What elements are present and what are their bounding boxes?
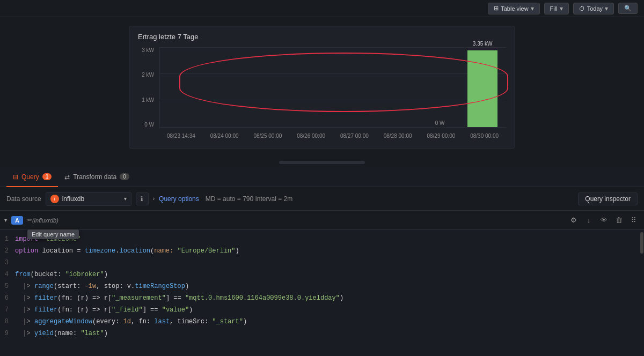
y-label-1kw: 1 kW <box>142 97 154 103</box>
table-view-button[interactable]: ⊞ Table view ▾ <box>488 3 539 14</box>
x-axis-labels: 08/23 14:34 08/24 00:00 08/25 00:00 08/2… <box>159 128 506 144</box>
line-number: 7 <box>0 305 15 315</box>
query-inspector-button[interactable]: Query inspector <box>578 192 638 205</box>
line-number: 3 <box>0 257 15 268</box>
bar-6-zero-label: 0 W <box>435 120 445 126</box>
bar-slot-1 <box>205 47 248 127</box>
query-icon: ⊟ <box>13 173 18 181</box>
fill-button[interactable]: Fill ▾ <box>544 3 569 14</box>
x-label-6: 08/29 00:00 <box>420 133 463 139</box>
line-number: 4 <box>0 269 15 280</box>
search-button[interactable]: 🔍 <box>618 3 638 14</box>
code-editor[interactable]: 1import "timezone"2option location = tim… <box>0 230 644 356</box>
code-scrollbar[interactable] <box>640 230 644 356</box>
line-content: |> filter(fn: (r) => r["_measurement"] =… <box>15 293 644 303</box>
edit-icon[interactable]: ✏ <box>27 217 32 224</box>
y-label-3kw: 3 kW <box>142 47 154 53</box>
influxdb-icon: i <box>50 195 59 203</box>
search-icon: 🔍 <box>624 5 632 12</box>
chart-inner: 0 W 3.35 kW <box>159 47 506 128</box>
main-container: Ertrag letzte 7 Tage 3 kW 2 kW 1 kW 0 W <box>0 17 644 356</box>
x-label-7: 08/30 00:00 <box>463 133 506 139</box>
tab-query[interactable]: ⊟ Query 1 <box>6 168 58 187</box>
chart-section: Ertrag letzte 7 Tage 3 kW 2 kW 1 kW 0 W <box>0 17 644 157</box>
line-number: 6 <box>0 293 15 303</box>
code-line: 2option location = timezone.location(nam… <box>0 245 644 257</box>
code-line: 7 |> filter(fn: (r) => r["_field"] == "v… <box>0 304 644 316</box>
query-tabs: ⊟ Query 1 ⇄ Transform data 0 <box>0 168 644 187</box>
datasource-row: Data source i influxdb ▾ ℹ › Query optio… <box>0 187 644 211</box>
scrollbar-area <box>0 157 644 168</box>
x-label-3: 08/26 00:00 <box>289 133 333 139</box>
top-bar: ⊞ Table view ▾ Fill ▾ ⏱ Today ▾ 🔍 <box>0 0 644 17</box>
drag-icon[interactable]: ⠿ <box>628 216 640 224</box>
line-content: option location = timezone.location(name… <box>15 246 644 256</box>
bar-slot-7: 3.35 kW <box>461 47 504 127</box>
bar-slot-5 <box>376 47 419 127</box>
collapse-button[interactable]: ▾ <box>4 217 7 223</box>
query-name-label: (influxrdb) <box>32 217 58 224</box>
code-line: 6 |> filter(fn: (r) => r["_measurement"]… <box>0 292 644 304</box>
scrollbar-track[interactable] <box>279 161 365 164</box>
today-button[interactable]: ⏱ Today ▾ <box>573 3 614 14</box>
bars-container: 0 W 3.35 kW <box>160 47 506 127</box>
edit-tooltip: Edit query name <box>27 229 79 239</box>
y-axis-labels: 3 kW 2 kW 1 kW 0 W <box>138 47 157 128</box>
settings-icon[interactable]: ⚙ <box>568 216 580 224</box>
x-label-5: 08/28 00:00 <box>376 133 420 139</box>
datasource-label: Data source <box>6 195 41 203</box>
x-label-0: 08/23 14:34 <box>159 133 203 139</box>
query-meta: MD = auto = 790 Interval = 2m <box>206 195 292 203</box>
code-line: 9 |> yield(name: "last") <box>0 328 644 339</box>
x-label-4: 08/27 00:00 <box>333 133 376 139</box>
datasource-select[interactable]: i influxdb ▾ <box>46 192 131 206</box>
eye-icon[interactable]: 👁 <box>598 216 610 224</box>
bar-7: 3.35 kW <box>467 50 497 127</box>
bar-slot-0 <box>162 47 205 127</box>
bar-slot-2 <box>247 47 290 127</box>
code-line: 3 <box>0 257 644 269</box>
code-line: 5 |> range(start: -1w, stop: v.timeRange… <box>0 280 644 292</box>
code-line: 1import "timezone" <box>0 233 644 245</box>
query-editor-row: ▾ A ✏ (influxrdb) Edit query name ⚙ ↓ 👁 … <box>0 211 644 230</box>
line-content: |> yield(name: "last") <box>15 328 644 339</box>
line-content: |> aggregateWindow(every: 1d, fn: last, … <box>15 316 644 327</box>
chevron-down-icon: ▾ <box>560 5 563 12</box>
edit-tooltip-area: ✏ (influxrdb) Edit query name <box>27 217 58 224</box>
query-label-badge[interactable]: A <box>11 216 23 225</box>
line-content: |> range(start: -1w, stop: v.timeRangeSt… <box>15 281 644 292</box>
line-number: 5 <box>0 281 15 292</box>
chart-panel: Ertrag letzte 7 Tage 3 kW 2 kW 1 kW 0 W <box>129 26 515 149</box>
x-label-2: 08/25 00:00 <box>246 133 290 139</box>
bar-slot-3 <box>290 47 333 127</box>
line-number: 8 <box>0 316 15 327</box>
download-icon[interactable]: ↓ <box>583 216 595 224</box>
chevron-down-icon: ▾ <box>605 5 608 12</box>
datasource-chevron: ▾ <box>124 196 127 202</box>
code-line: 4from(bucket: "iobroker") <box>0 269 644 280</box>
tab-transform[interactable]: ⇄ Transform data 0 <box>58 168 135 187</box>
chart-area: 3 kW 2 kW 1 kW 0 W <box>138 47 506 144</box>
transform-icon: ⇄ <box>64 173 70 181</box>
x-label-1: 08/24 00:00 <box>203 133 246 139</box>
transform-count-badge: 0 <box>120 173 129 180</box>
line-number: 2 <box>0 246 15 256</box>
line-number: 9 <box>0 328 15 339</box>
trash-icon[interactable]: 🗑 <box>613 216 625 224</box>
info-button[interactable]: ℹ <box>136 192 149 205</box>
y-label-0w: 0 W <box>144 122 154 128</box>
bar-7-label: 3.35 kW <box>473 41 493 47</box>
query-options-button[interactable]: Query options <box>159 195 199 203</box>
bar-slot-4 <box>333 47 376 127</box>
line-number: 1 <box>0 234 15 244</box>
code-line: 8 |> aggregateWindow(every: 1d, fn: last… <box>0 316 644 328</box>
arrow-right-icon: › <box>153 196 155 202</box>
datasource-name: influxdb <box>62 195 84 203</box>
table-icon: ⊞ <box>494 5 499 12</box>
query-count-badge: 1 <box>42 173 52 180</box>
line-content: from(bucket: "iobroker") <box>15 269 644 280</box>
row-actions: ⚙ ↓ 👁 🗑 ⠿ <box>568 216 640 224</box>
bar-slot-6: 0 W <box>419 47 462 127</box>
line-content: import "timezone" <box>15 234 644 244</box>
chevron-down-icon: ▾ <box>531 5 534 12</box>
